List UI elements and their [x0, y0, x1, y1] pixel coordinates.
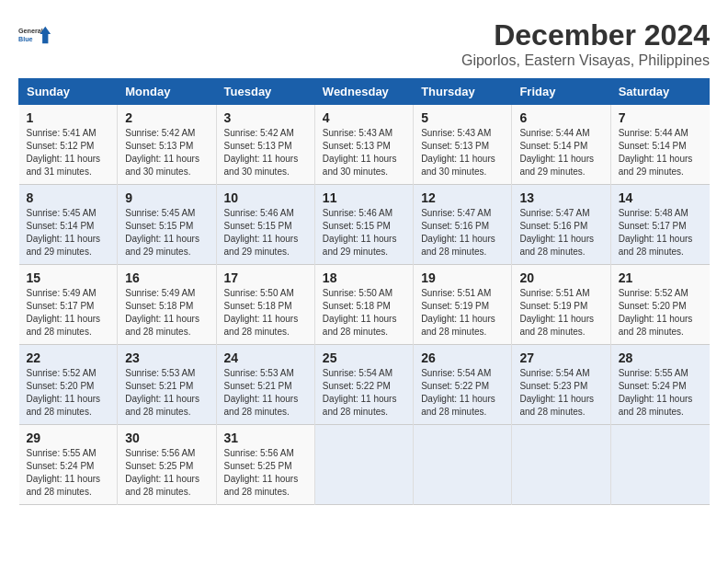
day-info: Sunrise: 5:55 AM Sunset: 5:24 PM Dayligh… — [27, 447, 110, 499]
day-info: Sunrise: 5:52 AM Sunset: 5:20 PM Dayligh… — [27, 367, 110, 419]
calendar-cell: 10Sunrise: 5:46 AM Sunset: 5:15 PM Dayli… — [216, 185, 314, 265]
day-info: Sunrise: 5:47 AM Sunset: 5:16 PM Dayligh… — [519, 207, 602, 259]
day-info: Sunrise: 5:43 AM Sunset: 5:13 PM Dayligh… — [421, 127, 504, 178]
calendar-cell: 16Sunrise: 5:49 AM Sunset: 5:18 PM Dayli… — [118, 265, 216, 345]
calendar-cell: 15Sunrise: 5:49 AM Sunset: 5:17 PM Dayli… — [19, 265, 118, 345]
day-info: Sunrise: 5:45 AM Sunset: 5:15 PM Dayligh… — [125, 207, 208, 259]
calendar-cell: 30Sunrise: 5:56 AM Sunset: 5:25 PM Dayli… — [118, 425, 216, 505]
day-info: Sunrise: 5:56 AM Sunset: 5:25 PM Dayligh… — [224, 447, 307, 499]
day-number: 18 — [323, 270, 405, 285]
day-number: 31 — [224, 431, 307, 445]
day-info: Sunrise: 5:49 AM Sunset: 5:18 PM Dayligh… — [125, 287, 208, 339]
calendar-cell: 23Sunrise: 5:53 AM Sunset: 5:21 PM Dayli… — [118, 345, 216, 425]
day-number: 21 — [619, 270, 702, 285]
day-info: Sunrise: 5:46 AM Sunset: 5:15 PM Dayligh… — [323, 207, 405, 259]
day-info: Sunrise: 5:46 AM Sunset: 5:15 PM Dayligh… — [224, 207, 307, 259]
day-info: Sunrise: 5:51 AM Sunset: 5:19 PM Dayligh… — [519, 287, 602, 339]
calendar-cell: 9Sunrise: 5:45 AM Sunset: 5:15 PM Daylig… — [118, 185, 216, 265]
day-number: 15 — [27, 270, 110, 285]
day-info: Sunrise: 5:56 AM Sunset: 5:25 PM Dayligh… — [125, 447, 208, 499]
day-info: Sunrise: 5:42 AM Sunset: 5:13 PM Dayligh… — [125, 127, 208, 178]
day-number: 30 — [125, 431, 208, 445]
calendar-cell: 17Sunrise: 5:50 AM Sunset: 5:18 PM Dayli… — [216, 265, 314, 345]
calendar-cell: 22Sunrise: 5:52 AM Sunset: 5:20 PM Dayli… — [19, 345, 118, 425]
calendar-cell: 13Sunrise: 5:47 AM Sunset: 5:16 PM Dayli… — [512, 185, 610, 265]
calendar-cell: 8Sunrise: 5:45 AM Sunset: 5:14 PM Daylig… — [19, 185, 118, 265]
svg-text:General: General — [18, 27, 43, 35]
day-number: 25 — [323, 350, 405, 365]
day-number: 13 — [519, 190, 602, 205]
day-number: 24 — [224, 350, 307, 365]
col-saturday: Saturday — [610, 79, 709, 105]
day-info: Sunrise: 5:50 AM Sunset: 5:18 PM Dayligh… — [323, 287, 405, 339]
calendar-week-row: 8Sunrise: 5:45 AM Sunset: 5:14 PM Daylig… — [19, 185, 710, 265]
calendar-cell: 2Sunrise: 5:42 AM Sunset: 5:13 PM Daylig… — [118, 105, 216, 185]
day-info: Sunrise: 5:49 AM Sunset: 5:17 PM Dayligh… — [27, 287, 110, 339]
calendar-cell: 5Sunrise: 5:43 AM Sunset: 5:13 PM Daylig… — [414, 105, 512, 185]
day-number: 3 — [224, 110, 307, 125]
logo-icon: GeneralBlue — [18, 18, 51, 52]
calendar-cell: 28Sunrise: 5:55 AM Sunset: 5:24 PM Dayli… — [610, 345, 709, 425]
calendar-cell — [610, 425, 709, 505]
calendar-cell — [314, 425, 413, 505]
day-info: Sunrise: 5:48 AM Sunset: 5:17 PM Dayligh… — [619, 207, 702, 259]
calendar-cell: 3Sunrise: 5:42 AM Sunset: 5:13 PM Daylig… — [216, 105, 314, 185]
calendar-week-row: 15Sunrise: 5:49 AM Sunset: 5:17 PM Dayli… — [19, 265, 710, 345]
day-number: 9 — [125, 190, 208, 205]
day-info: Sunrise: 5:50 AM Sunset: 5:18 PM Dayligh… — [224, 287, 307, 339]
day-number: 22 — [27, 350, 110, 365]
day-number: 23 — [125, 350, 208, 365]
day-info: Sunrise: 5:41 AM Sunset: 5:12 PM Dayligh… — [27, 127, 110, 178]
day-number: 1 — [27, 110, 110, 125]
day-info: Sunrise: 5:45 AM Sunset: 5:14 PM Dayligh… — [27, 207, 110, 259]
day-number: 5 — [421, 110, 504, 125]
header: GeneralBlue December 2024 Giporlos, East… — [18, 18, 710, 69]
calendar-cell: 18Sunrise: 5:50 AM Sunset: 5:18 PM Dayli… — [314, 265, 413, 345]
main-title: December 2024 — [461, 18, 710, 52]
calendar-week-row: 22Sunrise: 5:52 AM Sunset: 5:20 PM Dayli… — [19, 345, 710, 425]
day-info: Sunrise: 5:42 AM Sunset: 5:13 PM Dayligh… — [224, 127, 307, 178]
day-info: Sunrise: 5:54 AM Sunset: 5:23 PM Dayligh… — [519, 367, 602, 419]
calendar-cell: 4Sunrise: 5:43 AM Sunset: 5:13 PM Daylig… — [314, 105, 413, 185]
day-number: 14 — [619, 190, 702, 205]
day-number: 4 — [323, 110, 405, 125]
day-number: 17 — [224, 270, 307, 285]
calendar-cell: 31Sunrise: 5:56 AM Sunset: 5:25 PM Dayli… — [216, 425, 314, 505]
col-friday: Friday — [512, 79, 610, 105]
calendar-table: Sunday Monday Tuesday Wednesday Thursday… — [18, 78, 710, 505]
day-number: 16 — [125, 270, 208, 285]
day-number: 12 — [421, 190, 504, 205]
day-info: Sunrise: 5:47 AM Sunset: 5:16 PM Dayligh… — [421, 207, 504, 259]
day-number: 7 — [619, 110, 702, 125]
calendar-cell — [512, 425, 610, 505]
col-tuesday: Tuesday — [216, 79, 314, 105]
calendar-cell: 12Sunrise: 5:47 AM Sunset: 5:16 PM Dayli… — [414, 185, 512, 265]
calendar-week-row: 1Sunrise: 5:41 AM Sunset: 5:12 PM Daylig… — [19, 105, 710, 185]
col-monday: Monday — [118, 79, 216, 105]
calendar-cell: 21Sunrise: 5:52 AM Sunset: 5:20 PM Dayli… — [610, 265, 709, 345]
day-number: 10 — [224, 190, 307, 205]
day-number: 6 — [519, 110, 602, 125]
calendar-cell: 20Sunrise: 5:51 AM Sunset: 5:19 PM Dayli… — [512, 265, 610, 345]
col-wednesday: Wednesday — [314, 79, 413, 105]
day-info: Sunrise: 5:54 AM Sunset: 5:22 PM Dayligh… — [421, 367, 504, 419]
logo: GeneralBlue — [18, 18, 51, 52]
calendar-header-row: Sunday Monday Tuesday Wednesday Thursday… — [19, 79, 710, 105]
day-info: Sunrise: 5:44 AM Sunset: 5:14 PM Dayligh… — [619, 127, 702, 178]
calendar-cell — [414, 425, 512, 505]
day-info: Sunrise: 5:52 AM Sunset: 5:20 PM Dayligh… — [619, 287, 702, 339]
calendar-cell: 26Sunrise: 5:54 AM Sunset: 5:22 PM Dayli… — [414, 345, 512, 425]
calendar-cell: 6Sunrise: 5:44 AM Sunset: 5:14 PM Daylig… — [512, 105, 610, 185]
day-info: Sunrise: 5:43 AM Sunset: 5:13 PM Dayligh… — [323, 127, 405, 178]
day-info: Sunrise: 5:53 AM Sunset: 5:21 PM Dayligh… — [224, 367, 307, 419]
day-number: 11 — [323, 190, 405, 205]
calendar-cell: 1Sunrise: 5:41 AM Sunset: 5:12 PM Daylig… — [19, 105, 118, 185]
calendar-week-row: 29Sunrise: 5:55 AM Sunset: 5:24 PM Dayli… — [19, 425, 710, 505]
col-thursday: Thursday — [414, 79, 512, 105]
day-info: Sunrise: 5:53 AM Sunset: 5:21 PM Dayligh… — [125, 367, 208, 419]
svg-text:Blue: Blue — [18, 35, 33, 43]
calendar-cell: 24Sunrise: 5:53 AM Sunset: 5:21 PM Dayli… — [216, 345, 314, 425]
day-info: Sunrise: 5:54 AM Sunset: 5:22 PM Dayligh… — [323, 367, 405, 419]
title-area: December 2024 Giporlos, Eastern Visayas,… — [461, 18, 710, 69]
calendar-cell: 19Sunrise: 5:51 AM Sunset: 5:19 PM Dayli… — [414, 265, 512, 345]
